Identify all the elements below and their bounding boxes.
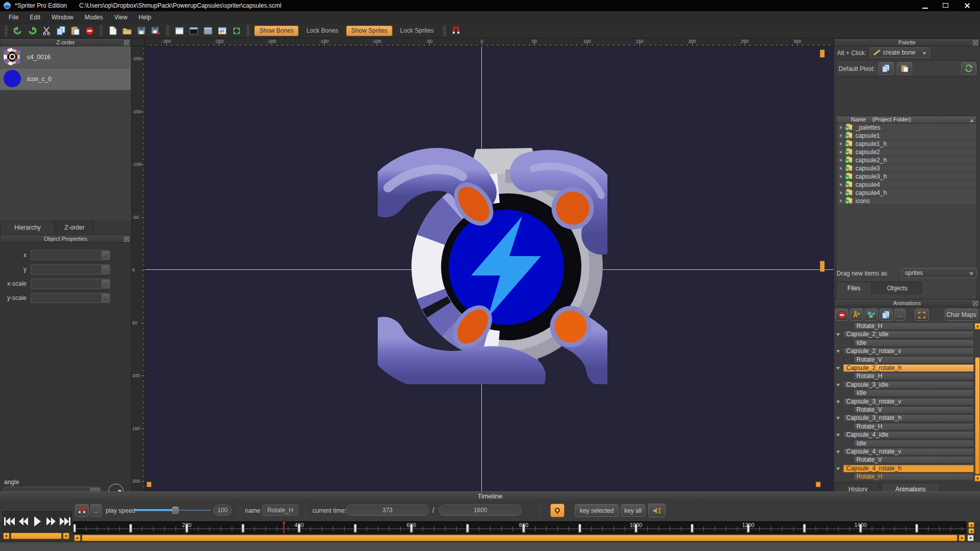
remove-animation-button[interactable] [835, 309, 848, 321]
keyframe-marker[interactable] [747, 524, 750, 533]
spinner-icon[interactable] [102, 265, 109, 273]
keyframe-marker[interactable] [691, 524, 694, 533]
lock-sprites-button[interactable]: Lock Sprites [396, 26, 438, 36]
fit-animation-button[interactable] [915, 309, 929, 321]
file-list-header[interactable]: Name (Project Folder) [836, 116, 977, 123]
collapse-arrow-icon[interactable] [836, 334, 840, 336]
entity-row-Capsule_2_rotate_h[interactable]: Capsule_2_rotate_h [834, 364, 980, 372]
next-keyframe-button[interactable] [45, 514, 57, 529]
keyframe-marker[interactable] [185, 524, 188, 533]
animation-row-Rotate_H[interactable]: Rotate_H [834, 473, 980, 481]
go-to-end-button[interactable] [59, 514, 71, 529]
canvas-gray-icon[interactable] [202, 25, 213, 36]
animation-more-button[interactable]: ... [894, 309, 905, 321]
spinner-icon[interactable] [102, 280, 109, 288]
duplicate-animation-button[interactable] [879, 309, 893, 321]
canvas-vscroll-arrow[interactable] [820, 49, 825, 58]
entity-row-Capsule_3_rotate_h[interactable]: Capsule_3_rotate_h [834, 414, 980, 422]
lock-bones-button[interactable]: Lock Bones [302, 26, 343, 36]
canvas-hscroll-arrow-left[interactable] [146, 482, 152, 487]
tab-zorder[interactable]: Z-order [56, 221, 93, 234]
play-speed-track-filled[interactable] [134, 509, 176, 511]
show-bones-button[interactable]: Show Bones [254, 26, 299, 36]
create-bone-dropdown[interactable]: create bone [870, 47, 930, 58]
entity-row-Capsule_4_rotate_v[interactable]: Capsule_4_rotate_v [834, 448, 980, 456]
keyframe-marker[interactable] [298, 524, 301, 533]
open-folder-icon[interactable] [121, 25, 133, 36]
file-row-capsule2_h[interactable]: capsule2_h [837, 156, 976, 164]
animation-row-Rotate_V[interactable]: Rotate_V [834, 456, 980, 464]
timeline-vscroll-down[interactable] [968, 528, 974, 534]
new-file-icon[interactable] [107, 25, 118, 36]
menu-help[interactable]: Help [134, 12, 156, 22]
tab-files[interactable]: Files [836, 282, 872, 294]
canvas-hscroll-arrow-right[interactable] [816, 482, 821, 487]
y-field[interactable] [31, 264, 110, 274]
expand-arrow-icon[interactable] [840, 191, 843, 194]
sort-arrow-icon[interactable] [970, 119, 974, 122]
animations-scrollbar[interactable] [975, 357, 980, 474]
close-icon[interactable] [124, 237, 129, 242]
close-icon[interactable] [124, 40, 129, 45]
save-add-icon[interactable] [150, 25, 161, 36]
timeline-scroll-left[interactable] [74, 535, 81, 541]
show-sprites-button[interactable]: Show Sprites [346, 26, 393, 36]
refresh-pivots-button[interactable] [961, 62, 976, 74]
key-all-button[interactable]: key all [621, 504, 645, 517]
spinner-icon[interactable] [102, 251, 109, 259]
collapse-arrow-icon[interactable] [836, 384, 840, 386]
cut-icon[interactable] [41, 25, 52, 36]
animations-scroll-up[interactable] [974, 323, 980, 330]
powerup-capsule-sprite[interactable] [378, 147, 607, 384]
play-button[interactable] [32, 514, 43, 529]
canvas-white-icon[interactable] [174, 25, 185, 36]
file-row-capsule3[interactable]: capsule3 [837, 164, 976, 172]
paste-icon[interactable] [69, 25, 81, 36]
entity-row-Capsule_4_rotate_h[interactable]: Capsule_4_rotate_h [834, 465, 980, 473]
delete-icon[interactable] [84, 25, 95, 36]
entity-row-Capsule_3_rotate_v[interactable]: Capsule_3_rotate_v [834, 398, 980, 406]
animations-scroll-down[interactable] [974, 475, 980, 482]
playback-scroll-right[interactable] [63, 533, 69, 539]
snap-magnet-icon[interactable] [451, 25, 462, 36]
total-time-input[interactable]: 1600 [439, 505, 522, 516]
collapse-arrow-icon[interactable] [836, 434, 840, 436]
collapse-arrow-icon[interactable] [836, 400, 840, 403]
keyframe-marker[interactable] [354, 524, 357, 533]
collapse-arrow-icon[interactable] [836, 350, 840, 353]
entity-row-Capsule_2_rotate_v[interactable]: Capsule_2_rotate_v [834, 347, 980, 356]
animation-row-Idle[interactable]: Idle [834, 339, 980, 347]
play-speed-handle[interactable] [172, 507, 179, 514]
copy-icon[interactable] [55, 25, 66, 36]
zorder-item[interactable]: icon_c_0 [0, 68, 131, 90]
go-to-start-button[interactable] [3, 514, 15, 529]
keyframe-marker[interactable] [466, 524, 469, 533]
timeline-scroll-end[interactable] [967, 535, 974, 541]
spinner-icon[interactable] [102, 294, 109, 302]
keyframe-marker[interactable] [578, 524, 581, 533]
file-row-capsule3_h[interactable]: capsule3_h [837, 172, 976, 181]
key-selected-button[interactable]: key selected [575, 504, 619, 517]
close-button[interactable] [960, 2, 975, 10]
keyframe-marker[interactable] [859, 524, 862, 533]
timeline-vscroll-up[interactable] [968, 522, 974, 528]
auto-key-button[interactable] [550, 504, 565, 517]
audio-button[interactable] [648, 504, 666, 517]
y-scale-field[interactable] [31, 293, 110, 303]
file-row-capsule4[interactable]: capsule4 [837, 181, 976, 189]
previous-keyframe-button[interactable] [17, 514, 30, 529]
animation-row-Idle[interactable]: Idle [834, 440, 980, 448]
canvas-right-origin-handle[interactable] [820, 261, 825, 272]
expand-arrow-icon[interactable] [840, 126, 843, 129]
keyframe-marker[interactable] [241, 524, 244, 533]
fit-view-icon[interactable] [231, 25, 242, 36]
expand-arrow-icon[interactable] [840, 166, 843, 169]
minimize-button[interactable] [918, 2, 933, 10]
maximize-button[interactable] [938, 2, 953, 10]
file-row-capsule1[interactable]: capsule1 [837, 132, 976, 140]
entity-row-Capsule_3_idle[interactable]: Capsule_3_idle [834, 381, 980, 389]
canvas-dark-icon[interactable] [188, 25, 199, 36]
new-animation-button[interactable] [850, 309, 863, 321]
collapse-arrow-icon[interactable] [836, 417, 840, 420]
current-time-input[interactable]: 373 [346, 505, 429, 516]
